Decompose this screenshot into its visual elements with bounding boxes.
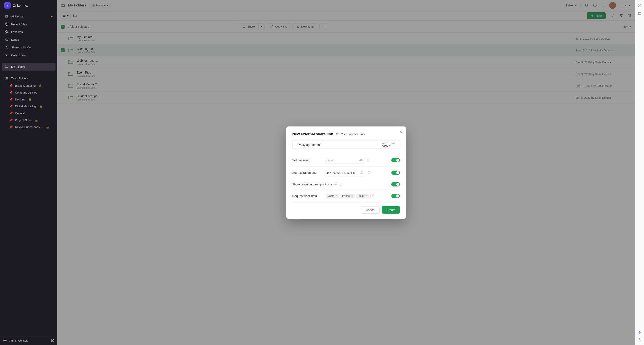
request-user-toggle[interactable] — [391, 194, 400, 198]
sidebar: Z Zylker Inc. All Unread Recent Files Fa… — [0, 0, 57, 345]
team-brand-marketing[interactable]: 📌Brand Marketing🔒 — [2, 82, 56, 89]
lock-icon: 🔒 — [39, 105, 42, 108]
create-button[interactable]: Create — [382, 206, 400, 214]
info-panel-button[interactable] — [638, 3, 642, 8]
team-company-policies[interactable]: 📌Company policies — [2, 89, 56, 96]
team-designs[interactable]: 📌Designs🔒 — [2, 96, 56, 103]
nav-collect-files[interactable]: Collect Files — [2, 51, 56, 59]
team-digital-marketing[interactable]: 📌Digital Marketing🔒 — [2, 103, 56, 110]
svg-point-3 — [7, 46, 8, 47]
nav-all-unread[interactable]: All Unread — [2, 12, 56, 20]
pin-icon: 📌 — [9, 104, 13, 108]
folder-icon — [5, 65, 8, 69]
brand-logo-icon: Z — [4, 2, 11, 8]
lock-icon: 🔒 — [28, 98, 32, 101]
nav-label: Favorites — [11, 30, 22, 33]
nav-label: Recent Files — [11, 22, 27, 26]
team-revive-superfoods[interactable]: 📌Revive SuperFoods ...🔒 — [2, 123, 56, 130]
info-icon[interactable]: ⓘ — [367, 158, 370, 162]
access-value: View — [382, 144, 388, 148]
inbox-icon — [5, 14, 8, 18]
info-icon[interactable]: ⓘ — [340, 182, 342, 186]
pin-icon: 📌 — [9, 97, 13, 101]
theme-toggle-button[interactable] — [638, 338, 642, 342]
nav-label: Labels — [11, 38, 19, 41]
expiration-value: Jan 26, 2024 11:59 PM — [326, 171, 355, 174]
nav-recent-files[interactable]: Recent Files — [2, 20, 56, 28]
ai-assist-button[interactable] — [638, 330, 642, 335]
set-password-label: Set password — [292, 159, 321, 162]
link-name-input[interactable] — [292, 140, 379, 149]
chip-label: Phone — [342, 194, 350, 197]
nav-label: Team Folders — [11, 77, 28, 80]
team-folder-icon — [5, 76, 8, 80]
password-toggle[interactable] — [391, 158, 400, 162]
lock-icon: 🔒 — [46, 125, 49, 129]
modal-title: New external share link — [292, 132, 333, 136]
nav-my-folders[interactable]: My Folders — [2, 63, 56, 70]
team-label: Revive SuperFoods ... — [15, 125, 43, 129]
brand-name: Zylker Inc. — [13, 4, 28, 7]
modal-overlay: ✕ New external share link Client agreeme… — [57, 0, 635, 345]
close-button[interactable]: ✕ — [399, 129, 402, 134]
user-data-chips[interactable]: Name✕ Phone✕ Email✕ — [324, 193, 371, 199]
svg-point-1 — [6, 39, 6, 39]
team-label: Digital Marketing — [15, 105, 36, 108]
team-label: Company policies — [15, 91, 37, 94]
chip-email: Email✕ — [356, 194, 369, 198]
nav-favorites[interactable]: Favorites — [2, 28, 56, 36]
admin-label: Admin Console — [10, 339, 28, 342]
nav-label: My Folders — [11, 65, 25, 68]
nav-team-folders[interactable]: Team Folders — [2, 74, 56, 82]
svg-point-4 — [6, 78, 6, 79]
users-icon — [5, 45, 8, 49]
team-label: Designs — [15, 98, 25, 101]
external-link-icon — [51, 339, 54, 342]
team-general[interactable]: 📌General — [2, 110, 56, 117]
right-rail — [635, 0, 644, 345]
chip-remove-icon[interactable]: ✕ — [351, 194, 353, 197]
primary-nav: All Unread Recent Files Favorites Labels… — [0, 11, 57, 336]
eye-icon[interactable] — [359, 159, 363, 162]
pin-icon: 📌 — [9, 125, 13, 129]
info-icon[interactable]: ⓘ — [368, 171, 370, 175]
download-print-toggle[interactable] — [391, 182, 400, 186]
info-icon[interactable]: ⓘ — [372, 194, 375, 198]
admin-console-link[interactable]: Admin Console — [0, 336, 57, 345]
svg-point-12 — [360, 160, 362, 161]
brand: Z Zylker Inc. — [0, 0, 57, 11]
collect-icon — [5, 53, 8, 57]
request-user-label: Request user data — [292, 194, 321, 198]
nav-label: Collect Files — [11, 53, 26, 57]
team-label: Project Alpha — [15, 118, 32, 122]
share-link-modal: ✕ New external share link Client agreeme… — [286, 126, 406, 219]
team-label: Brand Marketing — [15, 84, 36, 87]
team-project-alpha[interactable]: 📌Project Alpha🔒 — [2, 117, 56, 123]
access-label: Access Level — [382, 142, 397, 144]
pin-icon: 📌 — [9, 111, 13, 115]
modal-folder-chip: Client agreements — [336, 132, 365, 136]
chip-phone: Phone✕ — [340, 194, 355, 198]
access-level-selector[interactable]: Access Level View▾ — [379, 140, 400, 149]
expiration-input[interactable]: Jan 26, 2024 11:59 PM — [324, 170, 366, 176]
set-expiration-label: Set expiration after — [292, 171, 321, 174]
cancel-button[interactable]: Cancel — [361, 206, 380, 214]
svg-point-5 — [7, 78, 7, 79]
main-content: My Folders Manage ▾ Zylker ▾ ⋮⋮⋮ — [57, 0, 635, 345]
chat-panel-button[interactable] — [638, 11, 642, 16]
svg-point-6 — [4, 340, 6, 341]
chip-name: Name✕ — [326, 194, 339, 198]
chip-remove-icon[interactable]: ✕ — [366, 194, 368, 197]
password-input-wrap — [324, 157, 365, 163]
download-print-label: Show download and print options — [292, 183, 337, 186]
lock-icon: 🔒 — [35, 118, 38, 122]
nav-labels[interactable]: Labels — [2, 36, 56, 43]
pin-icon: 📌 — [9, 118, 13, 122]
clock-icon — [5, 22, 8, 26]
password-input[interactable] — [326, 159, 352, 162]
nav-shared-with-me[interactable]: Shared with Me — [2, 43, 56, 51]
chip-remove-icon[interactable]: ✕ — [336, 194, 338, 197]
star-icon — [5, 30, 8, 34]
folder-icon — [336, 132, 340, 136]
expiration-toggle[interactable] — [391, 171, 400, 175]
